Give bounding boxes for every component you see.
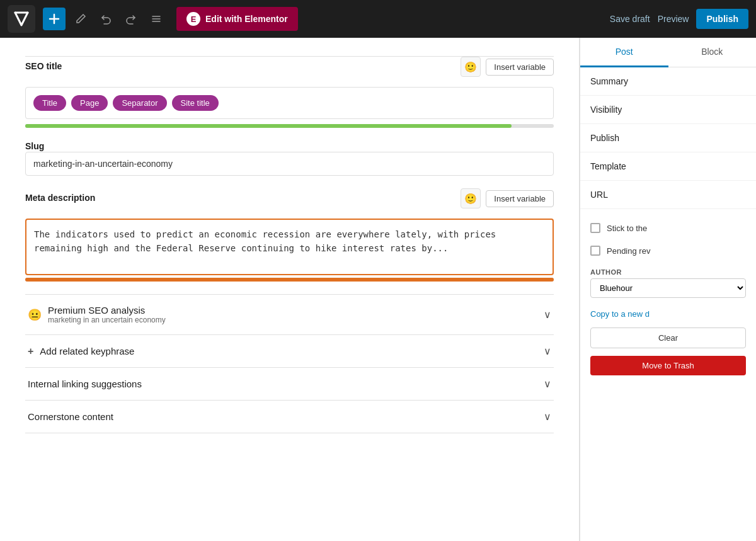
sidebar-item-template[interactable]: Template <box>580 152 756 181</box>
meta-description-label: Meta description <box>25 193 95 203</box>
related-keyphrase-title: Add related keyphrase <box>40 346 134 356</box>
seo-title-label: SEO title <box>25 61 62 71</box>
accordion-premium-seo: 😐 Premium SEO analysis marketing in an u… <box>25 295 554 335</box>
slug-section: Slug <box>25 140 554 176</box>
main-layout: SEO title 🙂 Insert variable Title Page S… <box>0 38 756 541</box>
meta-controls: 🙂 Insert variable <box>461 188 554 208</box>
cornerstone-chevron: ∨ <box>544 411 551 423</box>
tab-post[interactable]: Post <box>580 38 668 67</box>
accordion-cornerstone: Cornerstone content ∨ <box>25 401 554 433</box>
elementor-icon: E <box>186 12 200 26</box>
pending-review-label: Pending rev <box>607 246 650 256</box>
sidebar-visibility-label: Visibility <box>590 105 622 115</box>
accordion-internal-linking: Internal linking suggestions ∨ <box>25 368 554 401</box>
clear-button[interactable]: Clear <box>590 327 746 348</box>
tag-site-title[interactable]: Site title <box>172 95 219 111</box>
internal-linking-chevron: ∨ <box>544 378 551 390</box>
seo-title-section: SEO title 🙂 Insert variable Title Page S… <box>25 57 554 128</box>
sidebar-url-label: URL <box>590 190 608 200</box>
sidebar-tabs: Post Block <box>580 38 756 67</box>
copy-to-new-draft-link[interactable]: Copy to a new d <box>580 304 756 324</box>
seo-title-progress-bar <box>25 124 512 128</box>
premium-seo-title: Premium SEO analysis <box>48 305 166 316</box>
sidebar-template-label: Template <box>590 161 626 171</box>
slug-label: Slug <box>25 141 44 151</box>
author-label: AUTHOR <box>580 262 756 278</box>
meta-insert-variable-button[interactable]: Insert variable <box>486 190 554 207</box>
seo-tags-container: Title Page Separator Site title <box>25 87 554 119</box>
content-area: SEO title 🙂 Insert variable Title Page S… <box>0 38 580 541</box>
meta-progress-bar <box>25 278 554 282</box>
preview-button[interactable]: Preview <box>658 14 689 24</box>
sidebar-summary-label: Summary <box>590 76 628 86</box>
pending-review-item: Pending rev <box>580 239 756 262</box>
accordion-premium-seo-header[interactable]: 😐 Premium SEO analysis marketing in an u… <box>25 295 554 334</box>
accordion-cornerstone-header[interactable]: Cornerstone content ∨ <box>25 401 554 433</box>
meta-progress-container <box>25 278 554 282</box>
sidebar-item-url[interactable]: URL <box>580 181 756 209</box>
meta-description-textarea[interactable]: The indicators used to predict an econom… <box>25 219 554 275</box>
toolbar-right: Save draft Preview Publish <box>610 9 748 29</box>
stick-to-top-checkbox[interactable] <box>590 223 600 233</box>
seo-title-emoji-button[interactable]: 🙂 <box>461 57 481 77</box>
meta-description-section: Meta description 🙂 Insert variable The i… <box>25 188 554 282</box>
add-block-button[interactable] <box>43 8 66 30</box>
seo-title-controls: 🙂 Insert variable <box>461 57 554 77</box>
sidebar-item-visibility[interactable]: Visibility <box>580 96 756 124</box>
top-toolbar: E Edit with Elementor Save draft Preview… <box>0 0 756 38</box>
redo-button[interactable] <box>121 9 141 29</box>
premium-seo-subtitle: marketing in an uncertain economy <box>48 316 166 324</box>
tag-separator[interactable]: Separator <box>113 95 166 111</box>
edit-icon-button[interactable] <box>71 9 91 29</box>
app-logo <box>8 5 35 33</box>
elementor-btn-label: Edit with Elementor <box>205 14 288 24</box>
tag-title[interactable]: Title <box>33 95 66 111</box>
accordion-container: 😐 Premium SEO analysis marketing in an u… <box>25 294 554 433</box>
accordion-related-keyphrase-header[interactable]: + Add related keyphrase ∨ <box>25 335 554 367</box>
tag-page[interactable]: Page <box>71 95 108 111</box>
pending-review-checkbox[interactable] <box>590 246 600 256</box>
stick-to-top-label: Stick to the <box>607 224 647 233</box>
meta-emoji-button[interactable]: 🙂 <box>461 188 481 208</box>
undo-button[interactable] <box>96 9 116 29</box>
sidebar-section: Summary Visibility Publish Template URL … <box>580 67 756 379</box>
sidebar-item-summary[interactable]: Summary <box>580 67 756 96</box>
publish-button[interactable]: Publish <box>696 9 748 29</box>
accordion-related-keyphrase: + Add related keyphrase ∨ <box>25 335 554 368</box>
sidebar-publish-label: Publish <box>590 133 619 143</box>
tools-button[interactable] <box>146 9 166 29</box>
save-draft-button[interactable]: Save draft <box>610 14 650 24</box>
internal-linking-title: Internal linking suggestions <box>28 379 142 389</box>
author-select[interactable]: Bluehour <box>590 278 746 298</box>
slug-input[interactable] <box>25 152 554 176</box>
seo-title-progress-container <box>25 124 554 128</box>
related-keyphrase-icon: + <box>28 346 33 357</box>
seo-title-insert-variable-button[interactable]: Insert variable <box>486 59 554 76</box>
right-sidebar: Post Block Summary Visibility Publish Te… <box>580 38 756 541</box>
delete-button[interactable]: Move to Trash <box>590 356 746 375</box>
edit-with-elementor-button[interactable]: E Edit with Elementor <box>176 7 298 31</box>
tab-block[interactable]: Block <box>668 38 757 67</box>
premium-seo-icon: 😐 <box>28 308 42 322</box>
premium-seo-chevron: ∨ <box>544 309 551 321</box>
sidebar-item-publish[interactable]: Publish <box>580 124 756 152</box>
stick-to-top-item: Stick to the <box>580 217 756 239</box>
cornerstone-title: Cornerstone content <box>28 411 113 422</box>
accordion-internal-linking-header[interactable]: Internal linking suggestions ∨ <box>25 368 554 400</box>
related-keyphrase-chevron: ∨ <box>544 345 551 357</box>
